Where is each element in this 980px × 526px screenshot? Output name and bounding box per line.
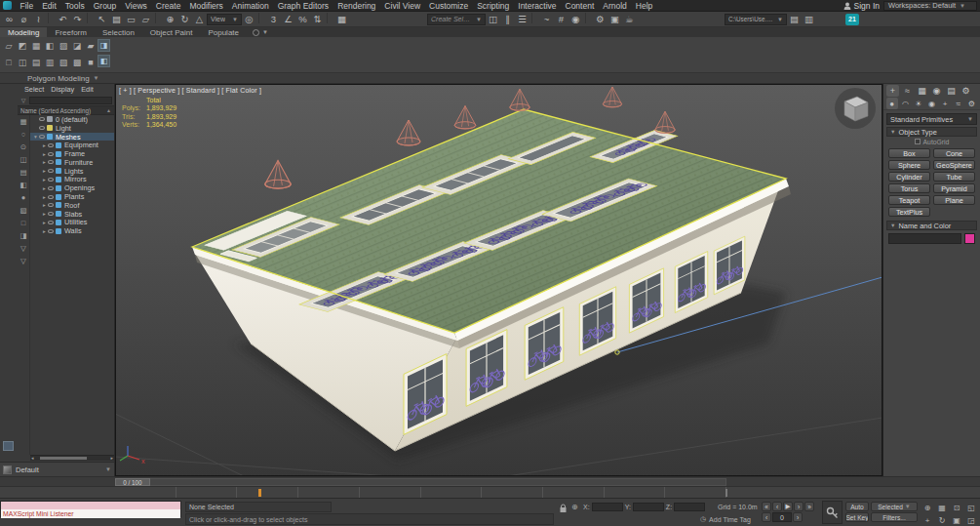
ribbon-collapse-icon[interactable]: ▼ (262, 29, 268, 35)
sign-in[interactable]: Sign In (843, 1, 880, 11)
expand-arrow-icon[interactable]: ▸ (41, 194, 48, 200)
ribbon-tool-icon[interactable]: ▨ (57, 38, 70, 55)
explorer-row[interactable]: ▸ Slabs (30, 210, 114, 219)
menubar-item[interactable]: Graph Editors (273, 1, 333, 11)
separator[interactable] (327, 13, 333, 23)
add-time-tag[interactable]: ◷ Add Time Tag (700, 515, 751, 523)
explorer-row[interactable]: ▸ Equipment (30, 141, 114, 149)
listener-pane[interactable]: MAXScript Mini Listener (1, 509, 180, 518)
menubar-item[interactable]: Animation (227, 1, 273, 11)
visibility-icon[interactable] (48, 143, 54, 147)
menubar-item[interactable]: File (16, 1, 38, 11)
edit-named-selections-icon[interactable]: ▦ (334, 13, 349, 26)
explorer-display-toggle-icon[interactable]: □ (18, 217, 30, 229)
ribbon-tool-icon[interactable]: ▦ (29, 38, 43, 55)
explorer-menu[interactable]: Edit (81, 85, 94, 94)
absolute-mode-icon[interactable]: ⊕ (571, 503, 578, 511)
separator[interactable] (155, 13, 161, 23)
spacewarps-subtab[interactable]: ≈ (953, 98, 964, 109)
explorer-row[interactable]: ▸ Frame (30, 149, 114, 158)
explorer-row[interactable]: ▸ Roof (30, 201, 114, 210)
shapes-subtab[interactable]: ◠ (900, 98, 912, 109)
visibility-icon[interactable] (48, 169, 54, 173)
explorer-row[interactable]: Light (30, 124, 114, 133)
ribbon-tool-icon[interactable]: ◧ (43, 38, 57, 55)
app-logo-icon[interactable] (3, 1, 12, 10)
play-button[interactable]: ▶ (783, 502, 793, 511)
percent-snap-icon[interactable]: % (295, 13, 310, 26)
layer-manager-icon[interactable]: ☰ (515, 13, 529, 26)
separator[interactable] (585, 13, 591, 23)
project-path-dropdown[interactable]: C:\Users\Use...3ds Max 2021▼ (725, 14, 787, 25)
object-type-button[interactable]: Torus (888, 183, 930, 193)
display-tab[interactable]: ▤ (945, 85, 958, 97)
motion-tab[interactable]: ◉ (930, 85, 943, 97)
curve-editor-icon[interactable]: ~ (539, 13, 554, 26)
separator[interactable] (48, 13, 54, 23)
name-and-color-rollout[interactable]: ▼ Name and Color (886, 221, 977, 230)
object-name-field[interactable] (888, 233, 961, 244)
utilities-tab[interactable]: ⚙ (960, 85, 972, 97)
perspective-viewport[interactable]: x [ + ] [ Perspective ] [ Standard ] [ F… (115, 84, 882, 476)
explorer-display-toggle-icon[interactable]: ⊙ (18, 141, 30, 153)
viewport-layout-tab-icon[interactable] (3, 441, 14, 451)
max-2021-badge-icon[interactable]: 21 (845, 14, 859, 25)
explorer-row[interactable]: ▸ Furniture (30, 158, 114, 167)
visibility-icon[interactable] (39, 135, 45, 139)
explorer-row[interactable]: ▸ Walls (30, 226, 114, 235)
expand-arrow-icon[interactable]: ▸ (41, 185, 48, 191)
maximize-viewport-icon[interactable]: ▣ (950, 514, 963, 526)
viewport-label[interactable]: [ + ] [ Perspective ] [ Standard ] [ Fla… (119, 87, 261, 94)
ribbon-tool-icon[interactable]: ◩ (16, 38, 29, 55)
explorer-search-input[interactable] (29, 97, 112, 104)
scene-3d[interactable]: x (115, 84, 882, 476)
geometry-subtab[interactable]: ● (886, 98, 898, 109)
object-type-button[interactable]: TextPlus (888, 207, 930, 217)
object-type-button[interactable]: Pyramid (933, 183, 975, 193)
explorer-row[interactable]: ▸ Mirrors (30, 176, 114, 184)
menubar-item[interactable]: Modifiers (185, 1, 227, 11)
zoom-icon[interactable]: ⊕ (921, 502, 934, 513)
menubar-item[interactable]: Rendering (333, 1, 380, 11)
zoom-extents-icon[interactable]: ⊡ (950, 502, 963, 513)
named-selection-set-combo[interactable]: Create Selection Set▼ (427, 14, 486, 25)
selection-lock-icon[interactable] (559, 504, 568, 513)
ribbon-config-icon[interactable] (253, 29, 259, 36)
orbit-icon[interactable]: ↻ (935, 514, 949, 526)
explorer-row[interactable]: ▸ Lights (30, 167, 114, 176)
separator[interactable] (531, 13, 537, 23)
object-color-swatch[interactable] (964, 233, 975, 244)
explorer-row[interactable]: ▸ Plants (30, 192, 114, 201)
time-slider[interactable]: 0 / 100 (0, 476, 980, 486)
explorer-display-toggle-icon[interactable]: ▽ (18, 242, 30, 255)
explorer-display-toggle-icon[interactable]: ▤ (18, 166, 30, 179)
ribbon-tab[interactable]: Freeform (47, 27, 94, 37)
select-object-icon[interactable]: ↖ (95, 13, 109, 26)
window-crossing-icon[interactable]: ▱ (138, 13, 153, 26)
separator[interactable] (87, 13, 93, 23)
expand-arrow-icon[interactable]: ▸ (41, 177, 48, 182)
key-filters-button[interactable]: Filters... (871, 512, 918, 522)
maxscript-mini-listener[interactable]: MAXScript Mini Listener (0, 501, 181, 517)
render-production-icon[interactable]: ☕ (622, 13, 637, 26)
visibility-icon[interactable] (48, 186, 54, 190)
pan-icon[interactable]: + (921, 514, 934, 526)
object-type-button[interactable]: Teapot (888, 195, 930, 205)
explorer-display-toggle-icon[interactable]: ▽ (18, 255, 30, 267)
rect-selection-region-icon[interactable]: ▭ (124, 13, 138, 26)
time-slider-handle[interactable]: 0 / 100 (115, 478, 150, 486)
material-editor-icon[interactable]: ◉ (568, 13, 583, 26)
track-bar[interactable] (0, 486, 980, 498)
expand-arrow-icon[interactable]: ▸ (41, 168, 48, 174)
explorer-display-toggle-icon[interactable]: ◨ (18, 229, 30, 242)
ribbon-tab[interactable]: Populate (200, 27, 247, 37)
display-toggle-icon[interactable]: ▥ (802, 13, 816, 26)
time-tag-marker[interactable] (258, 489, 261, 497)
viewcube[interactable] (835, 88, 876, 129)
zoom-region-icon[interactable]: ◱ (964, 502, 978, 513)
selected-dropdown[interactable]: Selected▼ (871, 502, 918, 511)
hierarchy-tab[interactable]: ▦ (916, 85, 928, 97)
set-key-button[interactable]: Set Key (845, 512, 869, 522)
explorer-display-toggle-icon[interactable]: ▦ (18, 115, 30, 128)
previous-frame-spinner[interactable]: ‹ (762, 512, 771, 522)
